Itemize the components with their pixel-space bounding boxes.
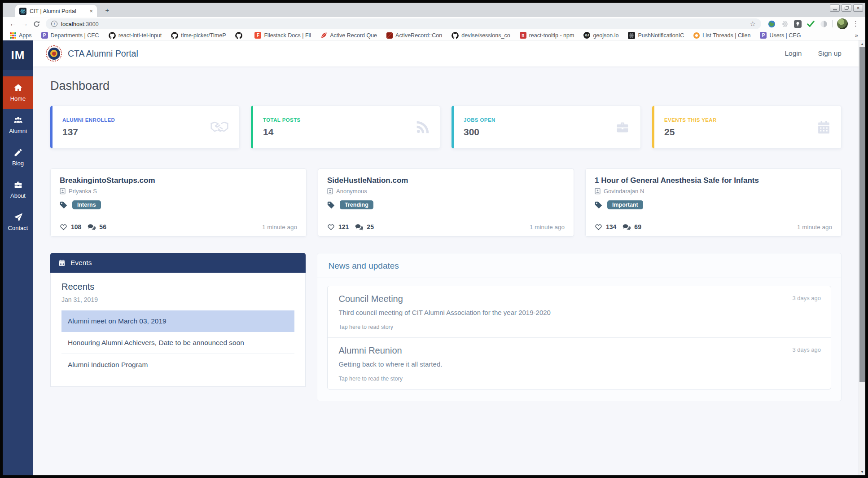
browser-menu-icon[interactable]: ⋮ — [850, 20, 861, 28]
browser-toolbar: ← → i localhost:3000 ☆ — [3, 17, 865, 31]
url-bar[interactable]: i localhost:3000 ☆ — [46, 18, 761, 29]
read-story-link[interactable]: Tap here to read the story — [338, 376, 820, 382]
post-footer: 121 25 1 minute ago — [327, 223, 565, 230]
reload-icon[interactable] — [31, 21, 42, 27]
signup-link[interactable]: Sign up — [818, 49, 842, 58]
post-card[interactable]: BreakingintoStartups.com Priyanka S Inte… — [50, 168, 307, 237]
event-item[interactable]: Honouring Alumni Achievers, Date to be a… — [61, 332, 294, 354]
brand-title[interactable]: CTA Alumni Portal — [68, 49, 138, 59]
post-title: BreakingintoStartups.com — [60, 176, 297, 185]
read-story-link[interactable]: Tap here to read story — [338, 324, 820, 330]
url-host: localhost — [61, 21, 84, 27]
events-date: Jan 31, 2019 — [61, 296, 294, 303]
heart-icon[interactable] — [60, 224, 67, 230]
comments-icon[interactable] — [88, 224, 96, 230]
tab-close-icon[interactable]: × — [89, 8, 93, 14]
bookmark-filestack[interactable]: F Filestack Docs | Fil — [254, 32, 311, 39]
bookmark-apps[interactable]: Apps — [10, 32, 32, 39]
bookmark-pushnotification[interactable]: PushNotificationIC — [628, 32, 684, 39]
post-author: Priyanka S — [60, 188, 297, 195]
comments-icon[interactable] — [623, 224, 631, 230]
id-card-icon — [327, 188, 333, 195]
forward-icon[interactable]: → — [19, 20, 31, 28]
news-description: Third council meeting of CIT Alumni Asso… — [338, 309, 820, 316]
page-scrollbar[interactable]: ▲ ▼ — [859, 40, 865, 475]
new-tab-button[interactable]: + — [102, 6, 112, 14]
post-card[interactable]: 1 Hour of General Anesthesia Safe for In… — [585, 168, 842, 237]
gj-icon: GJ — [583, 32, 590, 39]
news-item: Council Meeting 3 days ago Third council… — [328, 286, 831, 338]
bookmark-list-threads[interactable]: List Threads | Clien — [693, 32, 750, 39]
profile-avatar[interactable] — [837, 18, 848, 29]
event-item[interactable]: Alumni Induction Program — [61, 354, 294, 376]
globe-extension-icon[interactable] — [767, 20, 776, 28]
restore-button[interactable] — [842, 4, 851, 12]
bookmark-devise[interactable]: devise/sessions_co — [452, 32, 510, 39]
atom-extension-icon[interactable] — [780, 20, 789, 28]
stat-value: 300 — [464, 127, 495, 137]
comments-icon[interactable] — [355, 224, 363, 230]
back-icon[interactable]: ← — [7, 20, 19, 28]
bookmark-react-intl[interactable]: react-intl-tel-input — [109, 32, 162, 39]
scroll-up-icon[interactable]: ▲ — [859, 40, 865, 47]
post-title: 1 Hour of General Anesthesia Safe for In… — [595, 176, 832, 185]
heart-icon[interactable] — [595, 224, 602, 230]
sidebar-item-home[interactable]: Home — [3, 76, 33, 109]
restore-icon — [845, 7, 848, 10]
bookmark-github-only[interactable] — [235, 32, 245, 39]
rss-icon — [416, 120, 430, 134]
comment-count: 69 — [634, 223, 641, 230]
close-button[interactable]: × — [853, 4, 863, 12]
page-title: Dashboard — [50, 79, 842, 93]
like-count: 108 — [71, 223, 81, 230]
bookmark-geojson[interactable]: GJ geojson.io — [583, 32, 618, 39]
post-footer: 108 56 1 minute ago — [60, 223, 297, 230]
home-icon — [13, 83, 23, 93]
feather-icon — [320, 32, 327, 39]
sidebar-item-alumni[interactable]: Alumni — [3, 109, 33, 141]
bookmark-departments[interactable]: P Departments | CEC — [41, 32, 99, 39]
bookmark-react-tooltip[interactable]: n react-tooltip - npm — [520, 32, 574, 39]
minimize-button[interactable] — [830, 4, 840, 12]
briefcase-icon — [614, 120, 631, 135]
event-item-selected[interactable]: Alumni meet on March 03, 2019 — [61, 310, 294, 332]
react-favicon — [19, 8, 26, 15]
post-title: SideHustleNation.com — [327, 176, 565, 185]
stat-card-events-this-year: EVENTS THIS YEAR 25 — [652, 106, 842, 149]
scroll-down-icon[interactable]: ▼ — [859, 469, 865, 475]
news-list: Council Meeting 3 days ago Third council… — [327, 286, 831, 389]
bookmark-star-icon[interactable]: ☆ — [750, 20, 756, 28]
post-tag-badge[interactable]: Important — [607, 200, 643, 209]
bookmark-time-picker[interactable]: time-picker/TimeP — [171, 32, 226, 39]
bookmark-active-record[interactable]: Active Record Que — [320, 32, 377, 39]
post-tag-badge[interactable]: Trending — [340, 200, 373, 209]
filestack-icon: F — [254, 32, 261, 39]
login-link[interactable]: Login — [785, 49, 802, 58]
post-tag-badge[interactable]: Interns — [72, 200, 101, 209]
minimize-icon — [833, 9, 837, 10]
page-info-icon[interactable]: i — [51, 21, 57, 27]
circle-extension-icon[interactable] — [820, 20, 828, 28]
sidebar-item-blog[interactable]: Blog — [3, 141, 33, 173]
p-badge-icon: P — [760, 32, 767, 39]
dashboard-content: Dashboard ALUMNI ENROLLED 137 — [33, 66, 859, 475]
heart-icon[interactable] — [327, 224, 335, 230]
stat-label: TOTAL POSTS — [263, 117, 301, 123]
post-card[interactable]: SideHustleNation.com Anonymous Trending … — [318, 168, 574, 237]
calendar-icon — [816, 120, 831, 135]
events-panel-body: Recents Jan 31, 2019 Alumni meet on Marc… — [50, 273, 306, 387]
college-emblem-logo[interactable] — [46, 45, 62, 62]
bookmarks-overflow-icon[interactable]: » — [855, 32, 858, 39]
app-sidebar: IM Home Alumni Blog About Contact — [3, 40, 33, 475]
bookmark-users-ceg[interactable]: P Users | CEG — [760, 32, 801, 39]
stat-card-total-posts: TOTAL POSTS 14 — [251, 106, 440, 149]
sidebar-item-contact[interactable]: Contact — [3, 206, 33, 238]
check-extension-icon[interactable] — [807, 20, 815, 28]
lighthouse-extension-icon[interactable] — [793, 20, 802, 28]
bookmark-activerecord-conn[interactable]: ActiveRecord::Con — [386, 32, 442, 39]
sidebar-item-about[interactable]: About — [3, 173, 33, 206]
scrollbar-thumb[interactable] — [859, 47, 865, 382]
darkred-book-icon — [386, 32, 393, 39]
users-icon — [13, 115, 23, 125]
browser-tab[interactable]: CIT | Alumni Portal × — [15, 5, 97, 17]
